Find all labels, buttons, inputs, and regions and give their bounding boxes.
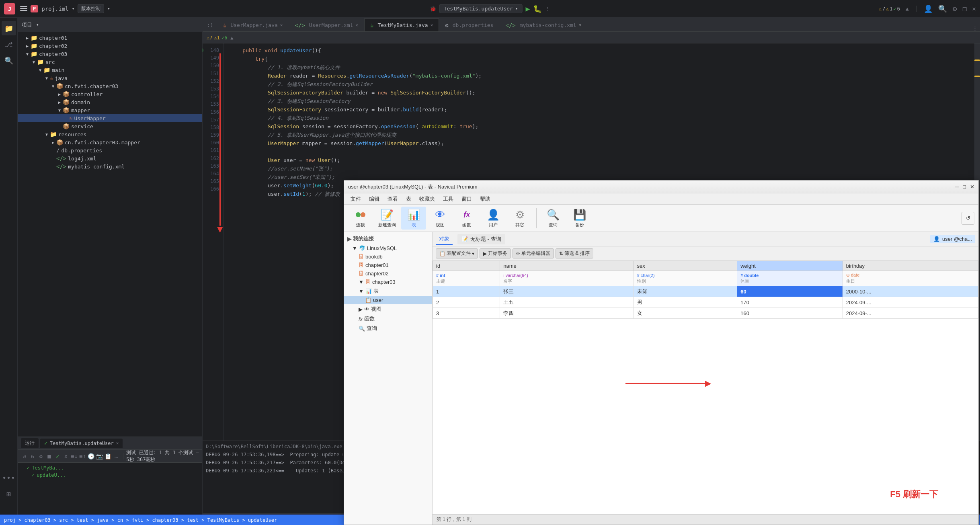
cell-name-2[interactable]: 王五 (500, 297, 634, 308)
cell-sex-1[interactable]: 未知 (634, 286, 737, 297)
run-config-dropdown[interactable]: ▾ (515, 6, 518, 11)
tree-item-chapter02[interactable]: ▶ 📁 chapter02 (18, 42, 202, 50)
menu-help[interactable]: 帮助 (477, 194, 494, 204)
toolbar-btn-clipboard[interactable]: 📋 (105, 451, 111, 461)
navicat-restore[interactable]: □ (963, 184, 966, 190)
vcs-dropdown-arrow[interactable]: ▾ (107, 6, 110, 11)
editor-tab-testmybatis[interactable]: ☕ TestMyBatis.java ✕ (364, 18, 439, 31)
cell-weight-3[interactable]: 160 (737, 308, 843, 319)
user-icon[interactable]: 👤 (924, 4, 933, 13)
run-button[interactable]: ▶ (525, 4, 530, 13)
tree-item-main[interactable]: ▼ 📁 main (18, 66, 202, 74)
sidebar-icon-folder[interactable]: 📁 (2, 21, 16, 35)
cell-birthday-3[interactable]: 2024-09-... (843, 308, 978, 319)
hamburger-icon[interactable] (20, 6, 27, 12)
cell-weight-1[interactable]: 60 (737, 286, 843, 297)
cell-id-3[interactable]: 3 (433, 308, 500, 319)
tree-item-log4j[interactable]: </> log4j.xml (18, 154, 202, 162)
test-tab-close[interactable]: ✕ (116, 441, 119, 446)
navicat-toolbar-query[interactable]: 🔍 查询 (541, 207, 566, 230)
data-row-2[interactable]: 2 王五 男 170 2024-09-... (433, 297, 978, 308)
col-header-weight[interactable]: weight (737, 261, 843, 271)
cell-sex-3[interactable]: 女 (634, 308, 737, 319)
col-header-id[interactable]: id (433, 261, 500, 271)
data-row-1[interactable]: 1 张三 未知 60 2000-10-... (433, 286, 978, 297)
toolbar-btn-rerun[interactable]: ↺ (21, 451, 28, 461)
tree-item-resources[interactable]: ▼ 📁 resources (18, 130, 202, 138)
nav-chapter02-db[interactable]: 🗄 chapter02 (344, 269, 432, 278)
nav-chapter01-db[interactable]: 🗄 chapter01 (344, 261, 432, 269)
toolbar-btn-stop[interactable]: ■ (46, 451, 53, 461)
search-icon[interactable]: 🔍 (938, 4, 947, 13)
tree-item-mapper[interactable]: ▼ 📦 mapper (18, 106, 202, 114)
navicat-toolbar-table[interactable]: 📊 表 (401, 207, 426, 230)
toolbar-btn-rerun2[interactable]: ↻ (29, 451, 36, 461)
nav-chapter03-db[interactable]: ▼ 🗄 chapter03 (344, 278, 432, 286)
tree-item-mybatis-config[interactable]: </> mybatis-config.xml (18, 162, 202, 170)
navicat-toolbar-view[interactable]: 👁 视图 (428, 207, 453, 230)
mybatis-config-dropdown[interactable]: ▾ (579, 23, 582, 28)
usermapper-xml-close[interactable]: ✕ (355, 23, 358, 28)
close-icon[interactable]: ✕ (972, 5, 976, 12)
start-transaction-btn[interactable]: ▶ 开始事务 (480, 248, 511, 258)
editor-tab-usermapper-xml[interactable]: </> UserMapper.xml ✕ (289, 18, 364, 31)
tree-item-chapter03[interactable]: ▼ 📁 chapter03 (18, 50, 202, 58)
menu-view[interactable]: 查看 (384, 194, 401, 204)
menu-edit[interactable]: 编辑 (366, 194, 383, 204)
navicat-toolbar-connect[interactable]: 连接 (348, 207, 373, 230)
tree-item-src[interactable]: ▼ 📁 src (18, 58, 202, 66)
nav-tables-header[interactable]: ▼ 📊 表 (344, 286, 432, 296)
cell-id-2[interactable]: 2 (433, 297, 500, 308)
cell-name-3[interactable]: 李四 (500, 308, 634, 319)
editor-tab-usermapper-java[interactable]: ☕ UserMapper.java ✕ (217, 18, 289, 31)
sidebar-icon-terminal[interactable]: ⊞ (2, 486, 16, 501)
navicat-minimize[interactable]: ─ (955, 184, 959, 190)
tree-item-java[interactable]: ▼ ☕ java (18, 74, 202, 82)
expand-warnings[interactable]: ▲ (906, 6, 909, 12)
tab-add-icon[interactable]: ⋮ (972, 25, 978, 31)
tree-item-usermapper[interactable]: ≈ UserMapper (18, 114, 202, 122)
menu-table[interactable]: 表 (403, 194, 414, 204)
cell-birthday-2[interactable]: 2024-09-... (843, 297, 978, 308)
navicat-toolbar-newquery[interactable]: 📝 新建查询 (375, 207, 400, 230)
testmybatis-close[interactable]: ✕ (431, 23, 433, 28)
usermapper-java-close[interactable]: ✕ (280, 23, 283, 28)
navicat-toolbar-refresh[interactable]: ↺ (962, 212, 974, 225)
cell-sex-2[interactable]: 男 (634, 297, 737, 308)
table-config-dropdown[interactable]: ▾ (472, 251, 474, 256)
tree-item-service[interactable]: 📦 service (18, 122, 202, 130)
sidebar-icon-more[interactable]: ••• (2, 470, 16, 485)
editor-tab-testmybatis-prev[interactable]: :) (204, 18, 217, 31)
tree-item-cn-fvti[interactable]: ▼ 📦 cn.fvti.chapter03 (18, 82, 202, 90)
panel-dropdown[interactable]: ▾ (36, 22, 39, 27)
query-tab-btn[interactable]: 📝 无标题 - 查询 (457, 234, 505, 244)
sidebar-icon-search[interactable]: 🔍 (2, 53, 16, 68)
expand-btn[interactable]: ▲ (230, 35, 233, 41)
toolbar-btn-camera[interactable]: 📷 (96, 451, 103, 461)
toolbar-btn-check[interactable]: ✓ (54, 451, 61, 461)
toolbar-btn-time[interactable]: 🕒 (88, 451, 94, 461)
cell-id-1[interactable]: 1 (433, 286, 500, 297)
run-config-selector[interactable]: TestMyBatis.updateUser ▾ (439, 4, 523, 13)
tree-item-domain[interactable]: ▶ 📦 domain (18, 98, 202, 106)
navicat-toolbar-user[interactable]: 👤 用户 (481, 207, 506, 230)
navicat-toolbar-other[interactable]: ⚙ 其它 (507, 207, 532, 230)
menu-tools[interactable]: 工具 (440, 194, 457, 204)
nav-functions[interactable]: fx 函数 (344, 314, 432, 324)
toolbar-btn-sort-desc[interactable]: ≡↑ (79, 451, 86, 461)
toolbar-btn-config[interactable]: ⚙ (37, 451, 44, 461)
nav-linuxmysql[interactable]: ▼ 🐬 LinuxMySQL (344, 244, 432, 252)
vcs-button[interactable]: 版本控制 (78, 4, 104, 13)
test-result-testmyba[interactable]: ✓ TestMyBa... (18, 464, 202, 472)
settings-icon[interactable]: ⚙ (953, 4, 957, 13)
col-header-sex[interactable]: sex (634, 261, 737, 271)
menu-favorites[interactable]: 收藏夹 (416, 194, 438, 204)
tree-item-chapter01[interactable]: ▶ 📁 chapter01 (18, 34, 202, 42)
editor-tab-mybatis-config[interactable]: </> mybatis-config.xml ▾ (499, 18, 587, 31)
nav-views[interactable]: ▶ 👁 视图 (344, 304, 432, 314)
col-header-birthday[interactable]: birthday (843, 261, 978, 271)
test-result-updateuser[interactable]: ✓ updateU... (18, 472, 202, 479)
cell-name-1[interactable]: 张三 (500, 286, 634, 297)
tree-item-db-properties[interactable]: / db.properties (18, 146, 202, 154)
toolbar-btn-x[interactable]: ✗ (63, 451, 70, 461)
